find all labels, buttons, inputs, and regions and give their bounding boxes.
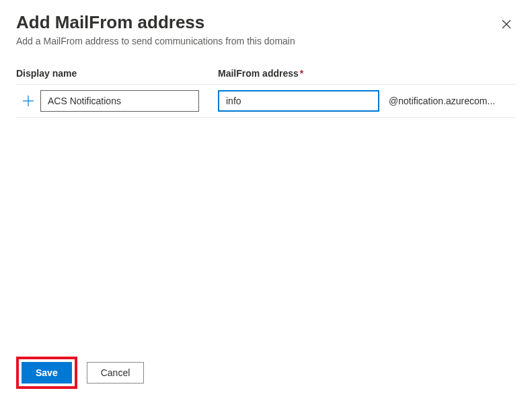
dialog-title: Add MailFrom address bbox=[16, 12, 516, 33]
labels-row: Display name MailFrom address* bbox=[16, 68, 516, 79]
required-marker: * bbox=[300, 68, 303, 79]
cancel-button[interactable]: Cancel bbox=[87, 362, 145, 384]
save-button[interactable]: Save bbox=[22, 362, 72, 384]
domain-suffix: @notification.azurecom... bbox=[389, 96, 495, 106]
close-icon bbox=[501, 19, 512, 30]
close-button[interactable] bbox=[500, 17, 513, 31]
dialog-header: Add MailFrom address Add a MailFrom addr… bbox=[0, 0, 532, 52]
display-name-label: Display name bbox=[16, 68, 218, 79]
mailfrom-label: MailFrom address* bbox=[218, 68, 303, 79]
plus-icon bbox=[22, 95, 34, 107]
save-highlight: Save bbox=[16, 357, 77, 389]
dialog-subtitle: Add a MailFrom address to send communica… bbox=[16, 36, 516, 46]
dialog-footer: Save Cancel bbox=[16, 357, 144, 389]
add-row-button[interactable] bbox=[16, 95, 40, 107]
mailfrom-input[interactable] bbox=[218, 90, 379, 112]
inputs-row: @notification.azurecom... bbox=[16, 84, 516, 118]
display-name-input[interactable] bbox=[40, 90, 199, 112]
mailfrom-label-text: MailFrom address bbox=[218, 68, 299, 79]
form-area: Display name MailFrom address* @notifica… bbox=[0, 52, 532, 118]
